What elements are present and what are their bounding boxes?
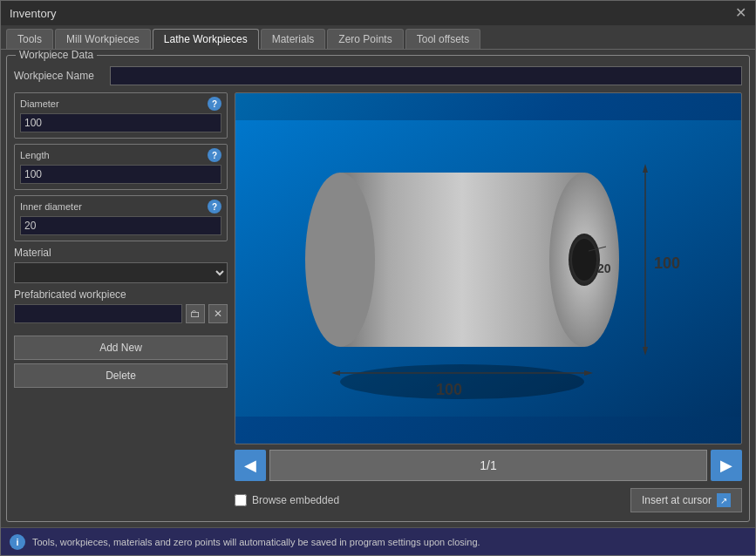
tab-zero-points[interactable]: Zero Points bbox=[327, 29, 403, 49]
status-message: Tools, workpieces, materials and zero po… bbox=[32, 537, 480, 547]
workpiece-name-label: Workpiece Name bbox=[14, 70, 110, 82]
inner-diameter-group: Inner diameter ? bbox=[14, 195, 228, 241]
length-help-icon[interactable]: ? bbox=[208, 148, 221, 162]
length-label-row: Length ? bbox=[20, 148, 221, 162]
prefab-input[interactable] bbox=[14, 304, 182, 323]
workpiece-name-row: Workpiece Name bbox=[14, 66, 742, 85]
preview-area: 100 100 20 bbox=[235, 92, 742, 444]
inventory-window: Inventory ✕ Tools Mill Workpieces Lathe … bbox=[0, 0, 756, 556]
diameter-input[interactable] bbox=[20, 113, 221, 132]
right-panel: 100 100 20 ◀ bbox=[235, 92, 742, 514]
material-section: Material bbox=[14, 247, 228, 283]
length-label: Length bbox=[20, 150, 50, 160]
content-area: Workpiece Data Workpiece Name Diameter ? bbox=[1, 50, 755, 527]
svg-text:100: 100 bbox=[436, 381, 462, 398]
prefab-label: Prefabricated workpiece bbox=[14, 288, 228, 301]
close-button[interactable]: ✕ bbox=[735, 6, 746, 20]
diameter-group: Diameter ? bbox=[14, 92, 228, 139]
delete-button[interactable]: Delete bbox=[14, 363, 228, 388]
prefab-folder-btn[interactable]: 🗀 bbox=[186, 304, 205, 323]
browse-embedded-label[interactable]: Browse embedded bbox=[235, 494, 339, 506]
workpiece-group: Workpiece Data Workpiece Name Diameter ? bbox=[6, 55, 750, 522]
nav-counter: 1/1 bbox=[269, 450, 707, 481]
left-panel: Diameter ? Length ? bbox=[14, 92, 228, 514]
add-new-button[interactable]: Add New bbox=[14, 336, 228, 360]
inner-diameter-label: Inner diameter bbox=[20, 201, 82, 212]
svg-text:100: 100 bbox=[654, 254, 680, 272]
workpiece-name-input[interactable] bbox=[110, 66, 742, 85]
svg-point-2 bbox=[305, 173, 375, 347]
inner-diameter-label-row: Inner diameter ? bbox=[20, 200, 221, 214]
folder-icon: 🗀 bbox=[190, 308, 201, 320]
tab-tool-offsets[interactable]: Tool offsets bbox=[405, 29, 480, 49]
tab-materials[interactable]: Materials bbox=[261, 29, 326, 49]
window-title: Inventory bbox=[10, 7, 56, 20]
tab-tools[interactable]: Tools bbox=[6, 29, 53, 49]
status-info-icon: i bbox=[10, 534, 25, 550]
tab-mill-workpieces[interactable]: Mill Workpieces bbox=[55, 29, 151, 49]
prefab-row: 🗀 ✕ bbox=[14, 304, 228, 323]
nav-row: ◀ 1/1 ▶ bbox=[235, 450, 742, 481]
svg-rect-1 bbox=[340, 173, 584, 347]
svg-text:20: 20 bbox=[597, 261, 611, 275]
prefab-clear-btn[interactable]: ✕ bbox=[208, 304, 228, 323]
prefab-section: Prefabricated workpiece 🗀 ✕ bbox=[14, 288, 228, 323]
next-button[interactable]: ▶ bbox=[711, 450, 742, 481]
insert-at-cursor-button[interactable]: Insert at cursor ↗ bbox=[630, 488, 742, 512]
length-group: Length ? bbox=[14, 144, 228, 190]
material-label: Material bbox=[14, 247, 228, 259]
svg-point-5 bbox=[572, 239, 596, 281]
action-buttons: Add New Delete bbox=[14, 336, 228, 388]
browse-embedded-checkbox[interactable] bbox=[235, 494, 247, 506]
group-label: Workpiece Data bbox=[16, 50, 97, 61]
inner-diameter-input[interactable] bbox=[20, 216, 221, 235]
diameter-help-icon[interactable]: ? bbox=[208, 97, 221, 111]
diameter-label: Diameter bbox=[20, 98, 59, 109]
tab-lathe-workpieces[interactable]: Lathe Workpieces bbox=[153, 29, 259, 50]
bottom-options: Browse embedded Insert at cursor ↗ bbox=[235, 486, 742, 514]
title-bar: Inventory ✕ bbox=[1, 1, 755, 25]
insert-btn-label: Insert at cursor bbox=[642, 494, 712, 506]
clear-icon: ✕ bbox=[214, 308, 222, 320]
status-bar: i Tools, workpieces, materials and zero … bbox=[1, 527, 755, 555]
insert-icon: ↗ bbox=[717, 493, 731, 507]
inner-diameter-help-icon[interactable]: ? bbox=[208, 200, 221, 214]
browse-embedded-text: Browse embedded bbox=[252, 494, 339, 506]
length-input[interactable] bbox=[20, 165, 221, 184]
main-body: Diameter ? Length ? bbox=[14, 92, 742, 514]
material-select[interactable] bbox=[14, 262, 228, 283]
prev-button[interactable]: ◀ bbox=[235, 450, 266, 481]
diameter-label-row: Diameter ? bbox=[20, 97, 221, 111]
workpiece-3d-view: 100 100 20 bbox=[235, 93, 741, 444]
tab-bar: Tools Mill Workpieces Lathe Workpieces M… bbox=[1, 25, 755, 50]
